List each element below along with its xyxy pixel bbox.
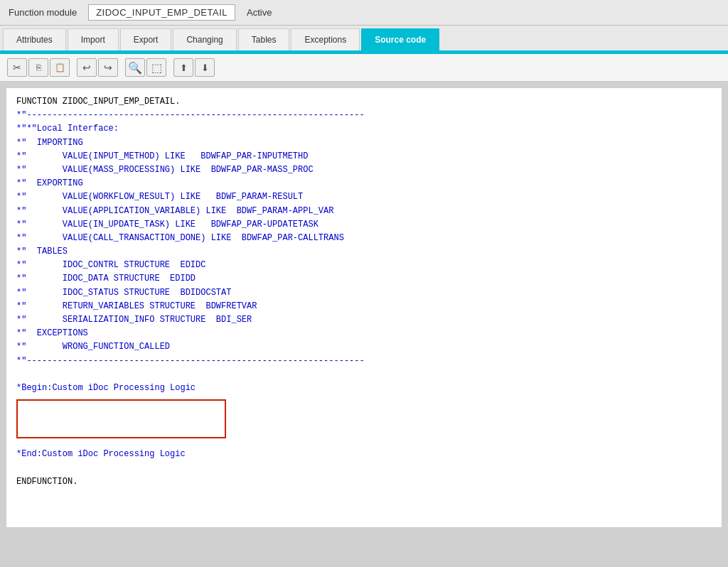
cut-button[interactable]: ✂	[7, 58, 27, 77]
code-line-19: *" WRONG_FUNCTION_CALLED	[16, 340, 712, 354]
code-line-14: *" IDOC_DATA STRUCTURE EDIDD	[16, 272, 712, 286]
code-line-15: *" IDOC_STATUS STRUCTURE BDIDOCSTAT	[16, 286, 712, 300]
find-next-button[interactable]: ⬚	[146, 58, 166, 77]
custom-logic-input[interactable]	[16, 399, 226, 438]
code-line-begin: *Begin:Custom iDoc Processing Logic	[16, 382, 712, 395]
redo-button[interactable]: ↪	[98, 58, 118, 77]
find-button[interactable]: 🔍	[125, 58, 145, 77]
code-line-endfunction: ENDFUNCTION.	[16, 475, 712, 489]
empty-line-2	[16, 462, 712, 475]
code-line-20: *"--------------------------------------…	[16, 355, 712, 368]
tab-attributes[interactable]: Attributes	[3, 28, 66, 50]
paste-button[interactable]: 📋	[50, 58, 70, 77]
tab-import[interactable]: Import	[68, 28, 119, 50]
code-line-17: *" SERIALIZATION_INFO STRUCTURE BDI_SER	[16, 313, 712, 327]
code-line-6: *" VALUE(MASS_PROCESSING) LIKE BDWFAP_PA…	[16, 163, 712, 177]
code-line-end: *End:Custom iDoc Processing Logic	[16, 448, 712, 461]
upload-button[interactable]: ⬆	[173, 58, 193, 77]
toolbar: ✂ ⎘ 📋 ↩ ↪ 🔍 ⬚ ⬆ ⬇	[0, 54, 728, 82]
code-line-16: *" RETURN_VARIABLES STRUCTURE BDWFRETVAR	[16, 300, 712, 313]
undo-button[interactable]: ↩	[77, 58, 97, 77]
tab-exceptions[interactable]: Exceptions	[291, 28, 360, 50]
code-line-4: *" IMPORTING	[16, 136, 712, 150]
tab-export[interactable]: Export	[120, 28, 172, 50]
code-line-12: *" TABLES	[16, 245, 712, 259]
code-line-1: FUNCTION ZIDOC_INPUT_EMP_DETAIL.	[16, 95, 712, 109]
header-title: Function module	[9, 7, 77, 18]
code-editor[interactable]: FUNCTION ZIDOC_INPUT_EMP_DETAIL. *"-----…	[6, 87, 722, 528]
empty-line-1	[16, 368, 712, 382]
code-line-13: *" IDOC_CONTRL STRUCTURE EDIDC	[16, 259, 712, 272]
code-line-3: *"*"Local Interface:	[16, 122, 712, 136]
tab-tables[interactable]: Tables	[238, 28, 290, 50]
code-line-10: *" VALUE(IN_UPDATE_TASK) LIKE BDWFAP_PAR…	[16, 218, 712, 232]
header-bar: Function module ZIDOC_INPUT_EMP_DETAIL A…	[0, 0, 728, 26]
tab-source-code[interactable]: Source code	[361, 28, 439, 50]
tabs-bar: Attributes Import Export Changing Tables…	[0, 26, 728, 52]
code-line-18: *" EXCEPTIONS	[16, 327, 712, 340]
tab-changing[interactable]: Changing	[173, 28, 236, 50]
download-button[interactable]: ⬇	[195, 58, 215, 77]
code-line-7: *" EXPORTING	[16, 177, 712, 190]
module-name: ZIDOC_INPUT_EMP_DETAIL	[88, 4, 235, 21]
code-line-8: *" VALUE(WORKFLOW_RESULT) LIKE BDWF_PARA…	[16, 190, 712, 204]
code-line-2: *"--------------------------------------…	[16, 109, 712, 122]
code-line-11: *" VALUE(CALL_TRANSACTION_DONE) LIKE BDW…	[16, 232, 712, 245]
copy-button[interactable]: ⎘	[28, 58, 48, 77]
header-status: Active	[247, 7, 272, 18]
code-line-9: *" VALUE(APPLICATION_VARIABLE) LIKE BDWF…	[16, 205, 712, 218]
code-line-5: *" VALUE(INPUT_METHOD) LIKE BDWFAP_PAR-I…	[16, 150, 712, 163]
custom-logic-container	[16, 396, 712, 446]
